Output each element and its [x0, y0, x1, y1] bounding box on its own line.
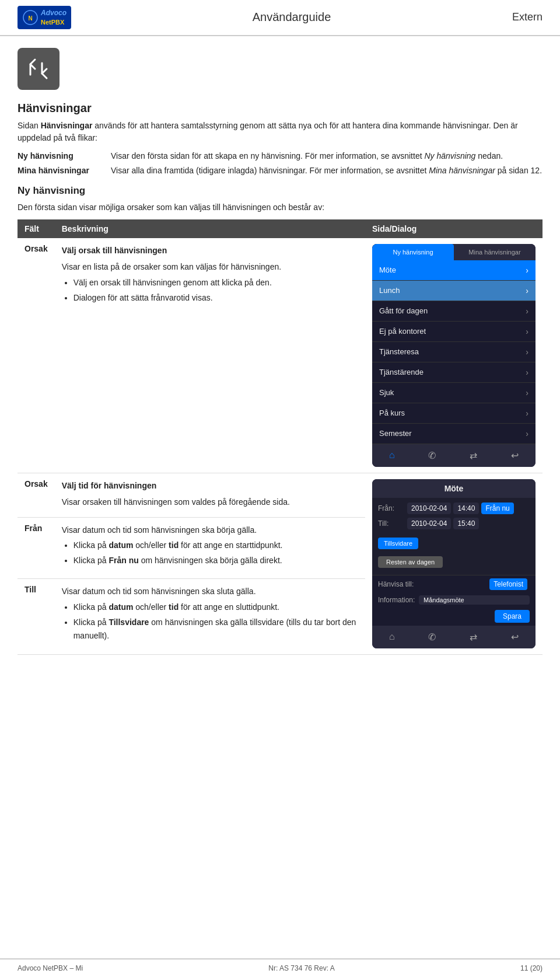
chevron-icon-1: ›	[526, 286, 528, 295]
phone-item-label-2: Gått för dagen	[379, 306, 428, 315]
content: Hänvisningar Sidan Hänvisningar används …	[0, 96, 560, 661]
row1-desc1: Visar en lista på de orsaker som kan väl…	[62, 260, 358, 273]
phone2-form: Från: 2010-02-04 14:40 Från nu Till: 201…	[372, 498, 536, 575]
logo-icon: N	[22, 9, 38, 26]
phone-item-2: Gått för dagen ›	[372, 301, 536, 322]
phone-item-label-6: Sjuk	[379, 388, 394, 397]
phone2-fran-row: Från: 2010-02-04 14:40 Från nu	[378, 503, 530, 514]
chevron-icon-8: ›	[526, 429, 528, 438]
phone2-fran-label: Från:	[378, 504, 407, 512]
def-table: Ny hänvisning Visar den första sidan för…	[18, 150, 542, 177]
phone-icon: ✆	[424, 448, 440, 463]
def1-term: Ny hänvisning	[18, 150, 111, 162]
phone-bottom-bar-1: ⌂ ✆ ⇄ ↩	[372, 444, 536, 467]
col-sida: Sida/Dialog	[365, 219, 542, 238]
row1-phone-col: Ny hänvisning Mina hänvisningar Möte › L…	[365, 238, 542, 473]
row2-falt: Orsak	[18, 473, 55, 517]
fran-desc: Visar datum och tid som hänvisningen ska…	[62, 524, 358, 536]
logo-top: Advoco	[41, 9, 66, 18]
phone-item-label-5: Tjänstärende	[379, 368, 424, 376]
chevron-icon-4: ›	[526, 347, 528, 357]
phone2-tillsvidare-btn[interactable]: Tillsvidare	[378, 538, 418, 549]
till-falt: Till	[18, 579, 55, 654]
fran-bullet2: Klicka på Från nu om hänvisningen ska bö…	[74, 554, 358, 567]
row2-label: Orsak	[24, 479, 48, 489]
icon-section	[0, 36, 560, 96]
home-icon-2: ⌂	[384, 629, 400, 644]
chevron-icon-7: ›	[526, 409, 528, 418]
arrows-icon	[26, 56, 51, 82]
chevron-icon-0: ›	[526, 266, 528, 275]
phone-item-label-1: Lunch	[379, 286, 400, 295]
row2-desc: Visar orsaken till hänvisningen som vald…	[62, 496, 358, 508]
row2-beskrivning: Välj tid för hänvisningen Visar orsaken …	[55, 473, 365, 517]
logo-area: N Advoco NetPBX	[18, 6, 71, 29]
def2-desc: Visar alla dina framtida (tidigare inlag…	[111, 165, 542, 177]
phone2-hanvisa-value: Telefonist	[489, 578, 527, 590]
phone2-fran-now: Från nu	[481, 503, 513, 514]
phone2-info-value: Måndagsmöte	[419, 595, 530, 605]
till-content: Visar datum och tid som hänvisningen ska…	[62, 585, 358, 642]
main-table: Fält Beskrivning Sida/Dialog Orsak Välj …	[18, 219, 542, 655]
phone2-till-time: 15:40	[453, 518, 479, 529]
phone-item-7: På kurs ›	[372, 403, 536, 424]
logo-box: N Advoco NetPBX	[18, 6, 71, 29]
fran-bullet1: Klicka på datum och/eller tid för att an…	[74, 539, 358, 552]
phone2-resten-btn[interactable]: Resten av dagen	[378, 556, 443, 568]
header: N Advoco NetPBX Användarguide Extern	[0, 0, 560, 36]
phone2-hanvisa-label: Hänvisa till:	[378, 580, 419, 588]
phone-tab-bar: Ny hänvisning Mina hänvisningar	[372, 244, 536, 260]
fran-content: Visar datum och tid som hänvisningen ska…	[62, 524, 358, 567]
subsection1-intro: Den första sidan visar möjliga orsaker s…	[18, 201, 542, 214]
phone-item-5: Tjänstärende ›	[372, 362, 536, 383]
phone-screen-2: Möte Från: 2010-02-04 14:40 Från nu Till…	[372, 479, 536, 648]
footer-left: Advoco NetPBX – Mi	[18, 964, 83, 972]
chevron-icon-2: ›	[526, 306, 528, 316]
phone-item-3: Ej på kontoret ›	[372, 322, 536, 342]
phone-tab-ny: Ny hänvisning	[372, 244, 454, 260]
phone-item-label-7: På kurs	[379, 409, 405, 417]
phone2-till-row: Till: 2010-02-04 15:40	[378, 518, 530, 529]
phone-icon-2: ✆	[424, 629, 440, 645]
row1-falt: Orsak	[18, 238, 55, 473]
subsection1-title: Ny hänvisning	[18, 185, 542, 197]
phone-item-4: Tjänsteresa ›	[372, 342, 536, 362]
callback-icon-2: ↩	[506, 629, 523, 645]
svg-text:N: N	[28, 15, 32, 22]
phone-item-1: Lunch ›	[372, 281, 536, 301]
def2-term: Mina hänvisningar	[18, 165, 111, 177]
phone2-title: Möte	[372, 479, 536, 498]
callback-icon: ↩	[506, 448, 523, 463]
till-desc: Visar datum och tid som hänvisningen ska…	[62, 585, 358, 598]
row2-content: Välj tid för hänvisningen Visar orsaken …	[62, 479, 358, 509]
table-row-1: Orsak Välj orsak till hänvisningen Visar…	[18, 238, 542, 473]
phone-bottom-bar-2: ⌂ ✆ ⇄ ↩	[372, 626, 536, 648]
phone2-hanvisa-row: Hänvisa till: Telefonist	[372, 575, 536, 593]
row1-label: Orsak	[24, 244, 48, 253]
phone2-fran-date: 2010-02-04	[407, 503, 451, 514]
phone-tab-mina: Mina hänvisningar	[454, 244, 536, 260]
till-label: Till	[24, 585, 48, 594]
phone2-fran-time: 14:40	[453, 503, 479, 514]
phone-item-0: Möte ›	[372, 260, 536, 281]
header-title: Användarguide	[253, 11, 331, 24]
row1-bullet1: Välj en orsak till hänvisningen genom at…	[74, 276, 358, 289]
home-icon: ⌂	[384, 448, 400, 463]
def1-desc: Visar den första sidan för att skapa en …	[111, 150, 542, 162]
header-extern: Extern	[512, 11, 542, 23]
phone2-spara-btn[interactable]: Spara	[495, 610, 530, 623]
arrows-icon-2: ⇄	[465, 629, 482, 645]
till-bullet2: Klicka på Tillsvidare om hänvisningen sk…	[74, 616, 358, 642]
phone-screen-1: Ny hänvisning Mina hänvisningar Möte › L…	[372, 244, 536, 467]
phone-item-8: Semester ›	[372, 424, 536, 444]
till-beskrivning: Visar datum och tid som hänvisningen ska…	[55, 579, 365, 654]
row1-bullet2: Dialogen för att sätta frånvarotid visas…	[74, 291, 358, 304]
fran-beskrivning: Visar datum och tid som hänvisningen ska…	[55, 517, 365, 579]
footer-center: Nr: AS 734 76 Rev: A	[268, 964, 334, 972]
section-title: Hänvisningar	[18, 102, 542, 115]
row1-content: Välj orsak till hänvisningen Visar en li…	[62, 244, 358, 305]
fran-bullets: Klicka på datum och/eller tid för att an…	[74, 539, 358, 567]
phone2-info-row: Information: Måndagsmöte	[372, 593, 536, 607]
footer-right: 11 (20)	[520, 964, 542, 972]
table-row-section2: Orsak Välj tid för hänvisningen Visar or…	[18, 473, 542, 517]
